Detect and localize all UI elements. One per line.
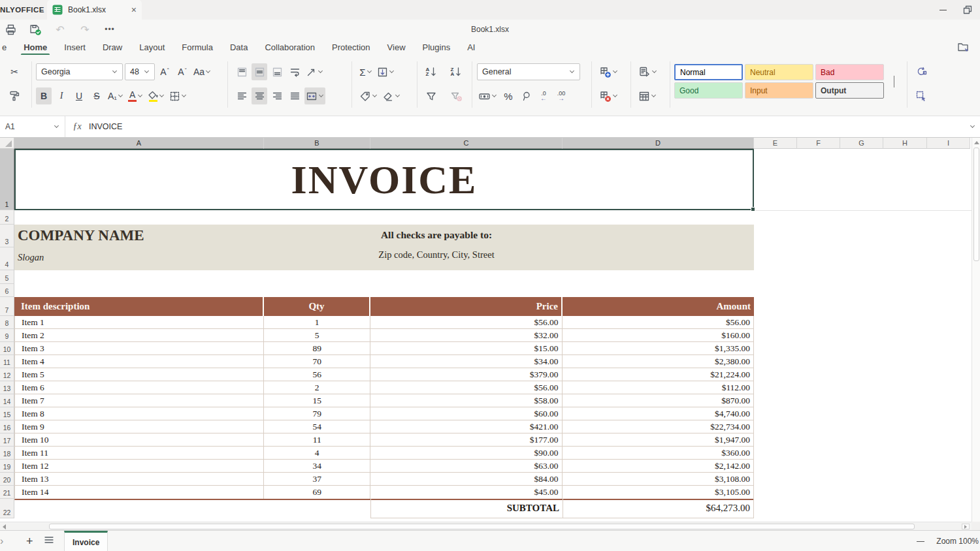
text-orientation-button[interactable]: [304, 63, 325, 80]
decrease-decimal-button[interactable]: .00→: [553, 87, 569, 104]
sort-descending-button[interactable]: ZA: [448, 63, 464, 80]
styles-gallery-expand-button[interactable]: [892, 76, 896, 87]
item-price-cell[interactable]: $379.00: [370, 368, 562, 381]
address-cell[interactable]: Zip code, Country, City, Street: [306, 249, 567, 260]
scroll-left-button[interactable]: [1, 524, 7, 529]
item-amount-cell[interactable]: $160.00: [563, 329, 753, 341]
select-all-corner[interactable]: [0, 138, 14, 149]
customize-toolbar-button[interactable]: •••: [102, 22, 118, 37]
column-header-G[interactable]: G: [840, 138, 883, 149]
decrease-font-button[interactable]: Aˇ: [174, 63, 190, 80]
insert-function-button[interactable]: ƒx: [65, 121, 89, 132]
cell-style-input[interactable]: Input: [745, 82, 813, 99]
item-qty-cell[interactable]: 69: [264, 486, 370, 499]
sheet-nav-button[interactable]: ›: [0, 531, 3, 551]
font-size-combo[interactable]: 48: [125, 63, 155, 80]
clear-button[interactable]: [381, 87, 402, 104]
row-header-12[interactable]: 12: [0, 368, 14, 381]
item-price-cell[interactable]: $58.00: [370, 394, 562, 407]
copy-style-button[interactable]: [913, 63, 929, 80]
item-price-cell[interactable]: $34.00: [370, 355, 562, 368]
item-amount-cell[interactable]: $1,335.00: [563, 342, 753, 354]
column-header-A[interactable]: A: [14, 138, 264, 149]
item-desc-cell[interactable]: Item 10: [15, 433, 264, 446]
vertical-scrollbar[interactable]: [972, 138, 980, 522]
vertical-scrollbar-thumb[interactable]: [973, 148, 979, 261]
item-amount-cell[interactable]: $360.00: [563, 447, 753, 459]
menu-tab-view[interactable]: View: [387, 40, 406, 54]
row-header-15[interactable]: 15: [0, 407, 14, 420]
row-header-1[interactable]: 1: [0, 149, 14, 210]
company-name-cell[interactable]: COMPANY NAME: [18, 227, 144, 244]
header-qty[interactable]: Qty: [264, 297, 370, 316]
item-desc-cell[interactable]: Item 14: [15, 486, 264, 499]
item-desc-cell[interactable]: Item 2: [15, 329, 264, 341]
item-qty-cell[interactable]: 34: [264, 460, 370, 472]
horizontal-scrollbar-thumb[interactable]: [49, 524, 915, 529]
align-left-button[interactable]: [234, 87, 250, 104]
row-header-21[interactable]: 21: [0, 486, 14, 499]
comma-style-button[interactable]: [518, 87, 534, 104]
row-header-22[interactable]: 22: [0, 499, 14, 518]
formula-input[interactable]: INVOICE: [89, 122, 964, 131]
row-header-7[interactable]: 7: [0, 297, 14, 316]
column-header-H[interactable]: H: [883, 138, 927, 149]
item-price-cell[interactable]: $90.00: [370, 447, 562, 459]
row-header-4[interactable]: 4: [0, 247, 14, 270]
item-desc-cell[interactable]: Item 5: [15, 368, 264, 381]
save-button[interactable]: [27, 22, 43, 37]
filter-button[interactable]: [423, 87, 439, 104]
cut-button[interactable]: ✂: [7, 63, 22, 80]
item-amount-cell[interactable]: $56.00: [563, 316, 753, 328]
item-desc-cell[interactable]: Item 1: [15, 316, 264, 328]
strikethrough-button[interactable]: S: [89, 87, 105, 104]
bold-button[interactable]: B: [36, 87, 52, 104]
item-qty-cell[interactable]: 70: [264, 355, 370, 368]
valign-bottom-button[interactable]: [269, 63, 285, 80]
merge-center-button[interactable]: [304, 87, 325, 104]
item-qty-cell[interactable]: 56: [264, 368, 370, 381]
menu-tab-draw[interactable]: Draw: [102, 40, 123, 54]
scroll-up-button[interactable]: [973, 139, 979, 146]
row-header-19[interactable]: 19: [0, 460, 14, 473]
item-desc-cell[interactable]: Item 11: [15, 447, 264, 459]
align-center-button[interactable]: [252, 87, 267, 104]
zoom-out-button[interactable]: [917, 541, 924, 542]
item-amount-cell[interactable]: $112.00: [563, 381, 753, 394]
justify-button[interactable]: [287, 87, 302, 104]
item-price-cell[interactable]: $45.00: [370, 486, 562, 499]
underline-button[interactable]: U: [71, 87, 87, 104]
menu-tab-collaboration[interactable]: Collaboration: [264, 40, 316, 54]
redo-button[interactable]: ↷: [77, 22, 93, 37]
valign-middle-button[interactable]: [252, 63, 267, 80]
item-desc-cell[interactable]: Item 7: [15, 394, 264, 407]
payable-cell[interactable]: All checks are payable to:: [306, 229, 567, 241]
item-price-cell[interactable]: $15.00: [370, 342, 562, 354]
autosum-button[interactable]: Σ: [358, 63, 374, 80]
copy-style-paint-button[interactable]: [7, 87, 22, 104]
fill-color-button[interactable]: [146, 87, 166, 104]
undo-button[interactable]: ↶: [52, 22, 68, 37]
row-header-16[interactable]: 16: [0, 420, 14, 433]
item-qty-cell[interactable]: 79: [264, 407, 370, 420]
item-price-cell[interactable]: $60.00: [370, 407, 562, 420]
cell-style-neutral[interactable]: Neutral: [745, 64, 813, 80]
row-header-20[interactable]: 20: [0, 473, 14, 486]
item-qty-cell[interactable]: 89: [264, 342, 370, 354]
header-amount[interactable]: Amount: [563, 297, 754, 316]
cell-style-output[interactable]: Output: [815, 82, 884, 99]
item-amount-cell[interactable]: $870.00: [563, 394, 753, 407]
percent-style-button[interactable]: %: [500, 87, 516, 104]
item-desc-cell[interactable]: Item 12: [15, 460, 264, 472]
item-price-cell[interactable]: $177.00: [370, 433, 562, 446]
fill-handle[interactable]: [751, 207, 755, 212]
item-price-cell[interactable]: $56.00: [370, 316, 562, 328]
menu-tab-data[interactable]: Data: [229, 40, 248, 54]
print-button[interactable]: [3, 22, 18, 37]
conditional-formatting-button[interactable]: [637, 63, 659, 80]
item-qty-cell[interactable]: 4: [264, 447, 370, 459]
font-name-combo[interactable]: Georgia: [36, 63, 123, 80]
restore-button[interactable]: [956, 0, 979, 20]
document-tab[interactable]: Book1.xlsx ×: [47, 0, 142, 20]
item-price-cell[interactable]: $63.00: [370, 460, 562, 472]
